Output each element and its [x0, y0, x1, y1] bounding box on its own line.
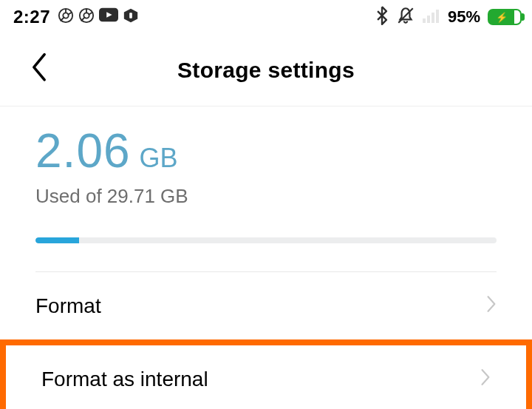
battery-percent: 95% — [448, 7, 480, 27]
signal-icon — [423, 8, 440, 26]
format-as-internal-row[interactable]: Format as internal — [0, 339, 532, 409]
chevron-right-icon — [480, 368, 491, 391]
row-label: Format — [35, 294, 101, 318]
dnd-icon — [396, 6, 415, 28]
storage-progress-bar — [35, 237, 497, 243]
storage-progress-fill — [35, 237, 79, 243]
storage-used-value: 2.06 — [35, 127, 131, 175]
chrome-icon — [58, 7, 74, 27]
storage-summary: 2.06 GB Used of 29.71 GB — [0, 107, 532, 252]
battery-icon: ⚡ — [488, 9, 522, 25]
svg-rect-5 — [129, 13, 132, 18]
svg-rect-7 — [423, 18, 426, 23]
status-icons-left — [58, 7, 139, 27]
status-time: 2:27 — [13, 7, 50, 27]
row-label: Format as internal — [41, 368, 208, 391]
charging-bolt-icon: ⚡ — [496, 13, 508, 22]
svg-rect-10 — [436, 10, 439, 23]
page-title: Storage settings — [177, 58, 355, 83]
youtube-icon — [99, 7, 118, 27]
chrome-icon — [78, 7, 95, 27]
svg-rect-8 — [427, 16, 430, 23]
svg-line-6 — [398, 8, 413, 23]
status-bar: 2:27 95% ⚡ — [0, 0, 532, 34]
back-button[interactable] — [30, 52, 49, 84]
storage-used-of: Used of 29.71 GB — [35, 185, 497, 208]
svg-rect-9 — [432, 13, 434, 23]
app-icon — [123, 7, 139, 27]
storage-used-unit: GB — [140, 143, 178, 174]
bluetooth-icon — [375, 6, 389, 28]
chevron-right-icon — [486, 294, 497, 318]
format-row[interactable]: Format — [0, 272, 532, 340]
page-header: Storage settings — [0, 34, 532, 107]
chevron-left-icon — [30, 52, 49, 81]
